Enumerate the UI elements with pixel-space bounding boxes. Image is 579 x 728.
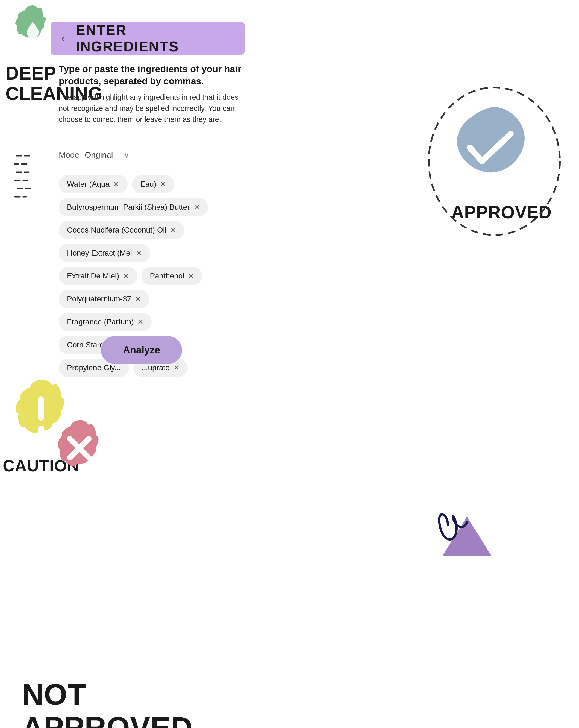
- squiggle-decoration: [426, 497, 486, 552]
- chip-fragrance[interactable]: Fragrance (Parfum) ✕: [59, 313, 152, 331]
- svg-rect-8: [38, 396, 44, 421]
- chip-label: Panthenol: [150, 271, 184, 280]
- svg-point-7: [429, 87, 560, 235]
- remove-chip-icon[interactable]: ✕: [123, 272, 129, 280]
- back-button[interactable]: ‹: [61, 32, 65, 44]
- description-area: Type or paste the ingredients of your ha…: [59, 63, 244, 125]
- chip-label: ...uprate: [141, 363, 170, 372]
- ingredient-row-4: Extrait De Miel) ✕ Panthenol ✕: [59, 267, 250, 285]
- remove-chip-icon[interactable]: ✕: [188, 272, 194, 280]
- remove-chip-icon[interactable]: ✕: [194, 204, 200, 211]
- chip-water[interactable]: Water (Aqua ✕: [59, 175, 128, 193]
- chip-label: Water (Aqua: [67, 180, 110, 188]
- not-approved-label: NOTAPPROVED: [22, 678, 193, 728]
- chip-label: Extrait De Miel): [67, 271, 119, 280]
- header-bar: ‹ ENTER INGREDIENTS: [51, 22, 244, 55]
- chip-polyquaternium[interactable]: Polyquaternium-37 ✕: [59, 290, 149, 308]
- remove-chip-icon[interactable]: ✕: [160, 181, 166, 188]
- chip-label: Eau): [140, 180, 156, 188]
- dashed-circle-decoration: [423, 82, 565, 240]
- chip-label: Butyrospermum Parkii (Shea) Butter: [67, 203, 190, 211]
- mode-selector[interactable]: Mode Original ∨: [59, 150, 130, 160]
- remove-chip-icon[interactable]: ✕: [137, 318, 143, 326]
- ingredient-row-0: Water (Aqua ✕ Eau) ✕: [59, 175, 250, 193]
- ingredient-row-6: Fragrance (Parfum) ✕: [59, 313, 250, 331]
- remove-chip-icon[interactable]: ✕: [135, 295, 141, 303]
- chip-label: Cocos Nucifera (Coconut) Oil: [67, 226, 166, 234]
- chevron-down-icon: ∨: [124, 151, 130, 160]
- ingredient-row-3: Honey Extract (Mel ✕: [59, 244, 250, 262]
- mode-label: Mode: [59, 150, 79, 160]
- chip-honey[interactable]: Honey Extract (Mel ✕: [59, 244, 150, 262]
- remove-chip-icon[interactable]: ✕: [170, 227, 176, 234]
- remove-chip-icon[interactable]: ✕: [174, 364, 180, 371]
- chip-shea[interactable]: Butyrospermum Parkii (Shea) Butter ✕: [59, 198, 208, 216]
- ingredient-row-5: Polyquaternium-37 ✕: [59, 290, 250, 308]
- remove-chip-icon[interactable]: ✕: [136, 250, 142, 257]
- remove-chip-icon[interactable]: ✕: [113, 181, 120, 188]
- header-title: ENTER INGREDIENTS: [76, 22, 234, 55]
- chip-panthenol[interactable]: Panthenol ✕: [141, 267, 202, 285]
- chip-eau[interactable]: Eau) ✕: [132, 175, 174, 193]
- chip-label: Propylene Gly...: [67, 363, 121, 372]
- analyze-button[interactable]: Analyze: [101, 336, 182, 364]
- chip-label: Fragrance (Parfum): [67, 317, 134, 326]
- secondary-description: The app will highlight any ingredients i…: [59, 92, 244, 125]
- chip-coconut[interactable]: Cocos Nucifera (Coconut) Oil ✕: [59, 221, 184, 239]
- ingredient-row-2: Cocos Nucifera (Coconut) Oil ✕: [59, 221, 250, 239]
- mode-value: Original: [85, 150, 113, 160]
- x-badge: [49, 418, 109, 478]
- chip-label: Polyquaternium-37: [67, 294, 131, 303]
- ingredient-row-1: Butyrospermum Parkii (Shea) Butter ✕: [59, 198, 250, 216]
- primary-description: Type or paste the ingredients of your ha…: [59, 63, 244, 87]
- chip-extrait[interactable]: Extrait De Miel) ✕: [59, 267, 137, 285]
- svg-point-9: [38, 426, 44, 432]
- dashes-decoration: [14, 153, 57, 208]
- chip-label: Honey Extract (Mel: [67, 249, 132, 257]
